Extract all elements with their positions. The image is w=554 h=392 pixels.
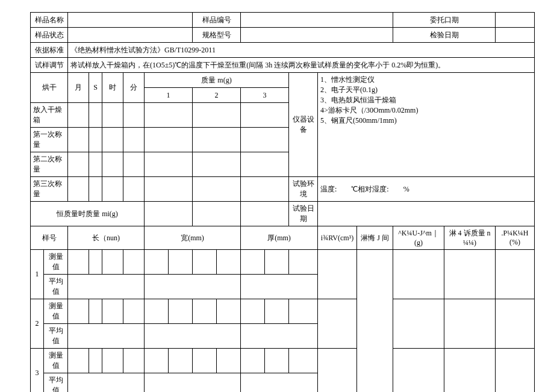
sample-no-label: 样品编号 — [193, 13, 241, 28]
entrust-date-label: 委托口期 — [393, 13, 496, 28]
eq-item-2: 2、电子天平(0.1g) — [320, 85, 532, 95]
sample-name-value — [68, 13, 193, 28]
hour-label: 时 — [102, 73, 123, 103]
equipment-list: 1、憎水性测定仪 2、电子天平(0.1g) 3、电热鼓风恒温干燥箱 4>游标卡尺… — [318, 73, 535, 177]
env-label: 试验环境 — [289, 177, 318, 202]
put-in-label: 放入干燥箱 — [31, 103, 68, 128]
row-3: 3 — [31, 349, 44, 393]
eq-item-4: 4>游标卡尺（/30Omm/0.02mm) — [320, 105, 532, 116]
third-weigh-label: 第三次称量 — [31, 177, 68, 202]
spec-model-value — [241, 28, 393, 43]
minute-label: 分 — [123, 73, 145, 103]
measure-label: 测量值 — [44, 250, 68, 275]
eq-item-5: 5、钢直尺(500mm/1mm) — [320, 116, 532, 126]
dim-spray-time: 淋悔 J 间 — [357, 226, 393, 250]
mass-col-1: 1 — [145, 88, 193, 103]
mass-col-2: 2 — [193, 88, 241, 103]
first-weigh-label: 第一次称量 — [31, 128, 68, 152]
env-value: 温度: ℃相对湿度: % — [318, 177, 535, 202]
dry-label: 烘干 — [31, 73, 68, 103]
sample-status-label: 样品状态 — [31, 28, 68, 43]
dim-width: 宽(mm) — [145, 226, 241, 250]
month-label: 月 — [68, 73, 89, 103]
form-table: 样品名称 样品编号 委托口期 样品状态 规格型号 检验日期 依据标准 《绝热材料… — [30, 12, 535, 392]
avg-label: 平均值 — [44, 275, 68, 299]
dim-sample-no: 样号 — [31, 226, 68, 250]
standard-value: 《绝热材料憎水性试验方法》GB/T10299-2011 — [68, 43, 535, 58]
dim-rate: .P¼K¼H(%) — [496, 226, 535, 250]
dim-length: 长（nun) — [68, 226, 145, 250]
second-weigh-label: 第二次称量 — [31, 152, 68, 177]
sample-name-label: 样品名称 — [31, 13, 68, 28]
adjust-value: 将试样放入干燥箱内，在(1O5±5)℃的温度下干燥至恒重(间隔 3h 连续两次称… — [68, 58, 535, 73]
inspect-date-label: 检验日期 — [393, 28, 496, 43]
sample-status-value — [68, 28, 193, 43]
dim-mass-4h: 淋 4 诉质量 n¼¼) — [444, 226, 496, 250]
test-date-value — [318, 202, 535, 226]
s-label: S — [89, 73, 102, 103]
standard-label: 依据标准 — [31, 43, 68, 58]
const-mass-label: 恒质量时质量 mi(g) — [31, 202, 145, 226]
eq-item-3: 3、电热鼓风恒温干燥箱 — [320, 95, 532, 105]
test-date-label: 试验日期 — [289, 202, 318, 226]
sample-no-value — [241, 13, 393, 28]
dim-vol: i¾RV(cm³) — [318, 226, 357, 250]
dim-thick: 厚(mm) — [241, 226, 318, 250]
mass-col-3: 3 — [241, 88, 289, 103]
spec-model-label: 规格型号 — [193, 28, 241, 43]
inspect-date-value — [496, 28, 535, 43]
dim-mass-after: ^K¼U-J^m｜(g) — [393, 226, 444, 250]
mass-label: 质量 m(g) — [145, 73, 289, 88]
eq-item-1: 1、憎水性测定仪 — [320, 75, 532, 85]
equipment-label: 仪器设备 — [289, 73, 318, 177]
adjust-label: 试样调节 — [31, 58, 68, 73]
entrust-date-value — [496, 13, 535, 28]
row-2: 2 — [31, 299, 44, 349]
row-1: 1 — [31, 250, 44, 299]
